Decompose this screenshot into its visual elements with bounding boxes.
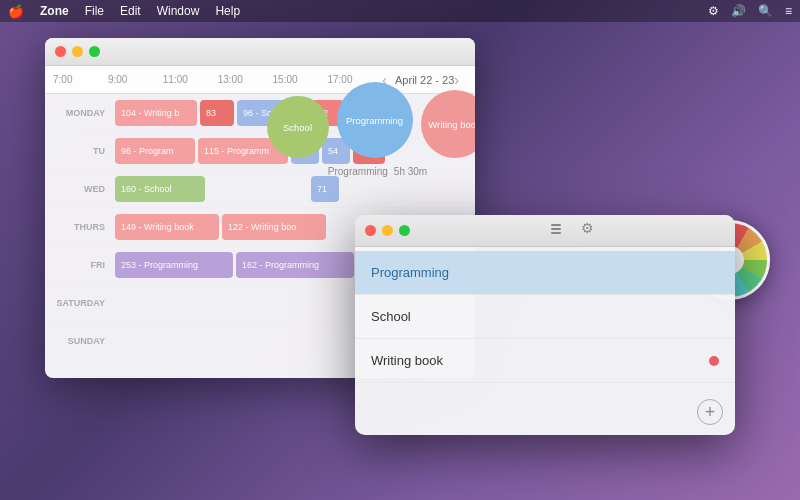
bubble-school: School (267, 96, 329, 158)
menu-edit[interactable]: Edit (120, 4, 141, 18)
apple-menu[interactable]: 🍎 (8, 4, 24, 19)
search-icon[interactable]: 🔍 (758, 4, 773, 18)
item-dot-writingbook (709, 356, 719, 366)
popup-titlebar: ⚙ (355, 215, 735, 247)
event-block[interactable]: 253 - Programming (115, 252, 233, 278)
stats-bar: Programming 5h 30m (328, 166, 427, 177)
popup-list-item-programming[interactable]: Programming (355, 251, 735, 295)
time-label-13: 13:00 (218, 74, 273, 85)
day-monday: MONDAY (45, 108, 113, 118)
item-label-school: School (371, 309, 411, 324)
popup-minimize-button[interactable] (382, 225, 393, 236)
menubar: 🍎 Zone File Edit Window Help ⚙ 🔊 🔍 ≡ (0, 0, 800, 22)
settings-icon[interactable]: ⚙ (708, 4, 719, 18)
tab-list-icon[interactable] (547, 220, 565, 242)
menu-window[interactable]: Window (157, 4, 200, 18)
window-titlebar (45, 38, 475, 66)
time-label-7: 7:00 (53, 74, 108, 85)
popup-list: Programming School Writing book (355, 247, 735, 387)
svg-rect-0 (551, 224, 561, 226)
event-block[interactable]: 83 (200, 100, 234, 126)
event-block[interactable]: 160 - School (115, 176, 205, 202)
volume-icon[interactable]: 🔊 (731, 4, 746, 18)
day-tuesday: TU (45, 146, 113, 156)
event-block[interactable]: 104 - Writing b (115, 100, 197, 126)
bubble-writingbook: Writing book (421, 90, 476, 158)
maximize-button[interactable] (89, 46, 100, 57)
event-block[interactable]: 96 - Program (115, 138, 195, 164)
day-wednesday: WED (45, 184, 113, 194)
menubar-right: ⚙ 🔊 🔍 ≡ (708, 0, 792, 22)
day-sunday: SUNDAY (45, 336, 113, 346)
app-name[interactable]: Zone (40, 4, 69, 18)
popup-maximize-button[interactable] (399, 225, 410, 236)
menu-help[interactable]: Help (215, 4, 240, 18)
menubar-left: 🍎 Zone File Edit Window Help (8, 4, 240, 19)
list-icon[interactable]: ≡ (785, 4, 792, 18)
popup-close-button[interactable] (365, 225, 376, 236)
add-item-button[interactable]: + (697, 399, 723, 425)
bubble-programming: Programming (337, 82, 413, 158)
tab-gear-icon[interactable]: ⚙ (581, 220, 594, 242)
item-label-programming: Programming (371, 265, 449, 280)
close-button[interactable] (55, 46, 66, 57)
time-label-11: 11:00 (163, 74, 218, 85)
popup-list-item-writingbook[interactable]: Writing book (355, 339, 735, 383)
popup-window: ⚙ Programming School Writing book + (355, 215, 735, 435)
day-saturday: SATURDAY (45, 298, 113, 308)
bubbles-row: School Programming Writing book (267, 82, 476, 158)
event-block[interactable]: 149 - Writing book (115, 214, 219, 240)
day-thursday: THURS (45, 222, 113, 232)
stats-label: Programming (328, 166, 388, 177)
popup-list-item-school[interactable]: School (355, 295, 735, 339)
minimize-button[interactable] (72, 46, 83, 57)
svg-rect-1 (551, 228, 561, 230)
svg-rect-2 (551, 232, 561, 234)
time-label-9: 9:00 (108, 74, 163, 85)
stats-value: 5h 30m (394, 166, 427, 177)
popup-tabs: ⚙ (416, 220, 725, 242)
day-friday: FRI (45, 260, 113, 270)
menu-file[interactable]: File (85, 4, 104, 18)
item-label-writingbook: Writing book (371, 353, 443, 368)
